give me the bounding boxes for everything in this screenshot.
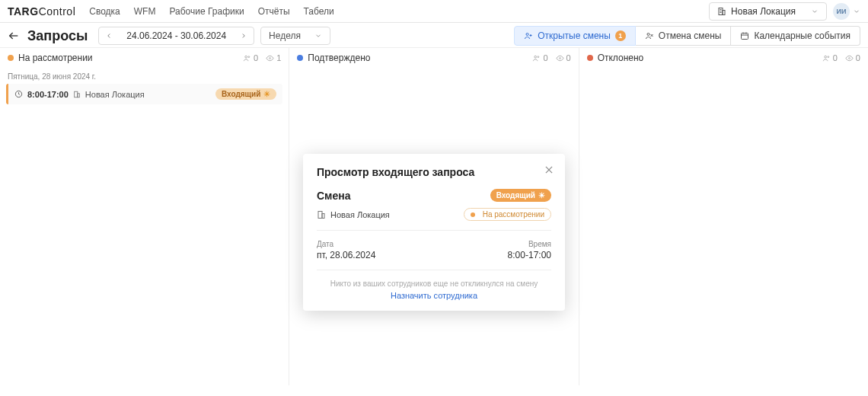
modal-status-pill: На рассмотрении xyxy=(464,208,551,221)
modal-time-value: 8:00-17:00 xyxy=(508,250,551,260)
stat-people-value: 0 xyxy=(543,53,547,62)
column-rejected-header: Отклонено 0 0 xyxy=(579,48,868,68)
date-range-label[interactable]: 24.06.2024 - 30.06.2024 xyxy=(119,27,234,44)
period-select-label: Неделя xyxy=(269,30,301,41)
column-rejected: Отклонено 0 0 xyxy=(579,48,868,385)
incoming-badge-label: Входящий xyxy=(222,90,260,98)
column-approved-header: Подтверждено 0 0 xyxy=(289,48,578,68)
svg-point-23 xyxy=(538,56,539,57)
location-picker-label: Новая Локация xyxy=(731,6,796,17)
calendar-events-label: Календарные события xyxy=(754,30,850,41)
cancel-shift-button[interactable]: Отмена смены xyxy=(636,26,732,46)
incoming-badge: Входящий ☀ xyxy=(215,88,276,100)
page-toolbar: Запросы 24.06.2024 - 30.06.2024 Неделя О… xyxy=(0,23,868,47)
status-dot-approved-icon xyxy=(297,55,303,61)
svg-point-18 xyxy=(270,57,271,59)
eye-icon xyxy=(266,54,274,62)
svg-rect-30 xyxy=(318,211,322,218)
stat-eye: 1 xyxy=(266,53,281,62)
period-select[interactable]: Неделя xyxy=(260,27,330,45)
next-range-button[interactable] xyxy=(234,29,254,43)
avatar: ИИ xyxy=(833,3,850,20)
svg-rect-31 xyxy=(322,213,324,218)
open-shifts-label: Открытые смены xyxy=(538,30,611,41)
svg-point-22 xyxy=(535,56,537,58)
open-shifts-icon xyxy=(524,31,533,40)
stat-people: 0 xyxy=(532,53,547,62)
status-dot-icon xyxy=(471,212,475,217)
building-icon xyxy=(717,7,726,16)
column-pending-stats: 0 1 xyxy=(243,53,281,62)
column-approved-stats: 0 0 xyxy=(532,53,570,62)
modal-date-value: пт, 28.06.2024 xyxy=(317,250,375,260)
modal-status-label: На рассмотрении xyxy=(483,210,544,219)
svg-rect-12 xyxy=(742,34,748,40)
modal-details-row: Дата пт, 28.06.2024 Время 8:00-17:00 xyxy=(317,240,551,260)
people-icon xyxy=(532,54,541,62)
eye-icon xyxy=(845,54,854,62)
nav-schedules[interactable]: Рабочие Графики xyxy=(169,6,244,17)
shift-card-location: Новая Локация xyxy=(85,90,145,99)
logo-strong: TARG xyxy=(8,5,39,18)
column-pending-body: Пятница, 28 июня 2024 г. 8:00-17:00 Нова… xyxy=(0,68,289,385)
column-rejected-title: Отклонено xyxy=(598,53,644,63)
modal-date-label: Дата xyxy=(317,240,375,248)
modal-date-field: Дата пт, 28.06.2024 xyxy=(317,240,375,260)
app-logo: TARGControl xyxy=(8,5,75,18)
column-pending-title: На рассмотрении xyxy=(18,53,93,63)
eye-icon xyxy=(556,54,564,62)
svg-point-26 xyxy=(828,56,829,57)
column-pending-header: На рассмотрении 0 1 xyxy=(0,48,289,68)
close-icon[interactable] xyxy=(544,164,554,175)
nav-summary[interactable]: Сводка xyxy=(89,6,120,17)
stat-eye-value: 1 xyxy=(276,53,281,62)
divider xyxy=(317,230,551,231)
avatar-initials: ИИ xyxy=(837,8,847,15)
stat-people: 0 xyxy=(243,53,258,62)
svg-point-6 xyxy=(526,34,528,36)
divider xyxy=(317,270,551,270)
svg-point-27 xyxy=(848,57,850,59)
nav-timesheets[interactable]: Табели xyxy=(304,6,334,17)
nav-wfm[interactable]: WFM xyxy=(134,6,156,17)
status-dot-pending-icon xyxy=(8,55,14,61)
modal-location-label: Новая Локация xyxy=(330,210,390,219)
top-bar: TARGControl Сводка WFM Рабочие Графики О… xyxy=(0,0,868,23)
assign-employee-link[interactable]: Назначить сотрудника xyxy=(317,291,551,300)
cancel-shift-label: Отмена смены xyxy=(659,30,722,41)
user-menu[interactable]: ИИ xyxy=(833,3,860,20)
page-title: Запросы xyxy=(27,28,88,44)
nav-reports[interactable]: Отчёты xyxy=(258,6,290,17)
toolbar-right: Открытые смены 1 Отмена смены Календарны… xyxy=(514,26,860,46)
modal-time-field: Время 8:00-17:00 xyxy=(508,240,551,260)
shift-card[interactable]: 8:00-17:00 Новая Локация Входящий ☀ xyxy=(6,84,282,104)
stat-eye-value: 0 xyxy=(566,53,571,62)
back-arrow-icon[interactable] xyxy=(8,30,20,42)
calendar-icon xyxy=(740,31,749,40)
modal-empty-text: Никто из ваших сотрудников еще не отклик… xyxy=(317,279,551,288)
svg-rect-1 xyxy=(723,10,725,14)
modal-incoming-pill-label: Входящий xyxy=(496,191,535,200)
stat-eye: 0 xyxy=(845,53,860,62)
prev-range-button[interactable] xyxy=(99,29,119,43)
svg-point-17 xyxy=(248,56,250,57)
primary-nav: Сводка WFM Рабочие Графики Отчёты Табели xyxy=(89,6,333,17)
column-rejected-stats: 0 0 xyxy=(822,53,860,62)
chevron-down-icon xyxy=(811,8,819,15)
building-icon xyxy=(73,91,81,98)
calendar-events-button[interactable]: Календарные события xyxy=(731,26,860,46)
modal-subheader: Смена Входящий ☀ xyxy=(317,189,551,202)
modal-section-title: Смена xyxy=(317,190,351,202)
location-picker[interactable]: Новая Локация xyxy=(709,2,827,21)
cancel-shift-icon xyxy=(645,31,654,40)
stat-people: 0 xyxy=(822,53,838,62)
column-rejected-body xyxy=(579,68,868,385)
status-dot-rejected-icon xyxy=(587,55,593,61)
building-icon xyxy=(317,210,326,219)
day-group-label: Пятница, 28 июня 2024 г. xyxy=(8,72,281,81)
shift-card-time: 8:00-17:00 xyxy=(27,90,69,99)
logo-thin: Control xyxy=(39,5,76,18)
modal-title: Просмотр входящего запроса xyxy=(317,166,551,178)
svg-rect-20 xyxy=(74,91,77,97)
open-shifts-button[interactable]: Открытые смены 1 xyxy=(514,26,636,46)
